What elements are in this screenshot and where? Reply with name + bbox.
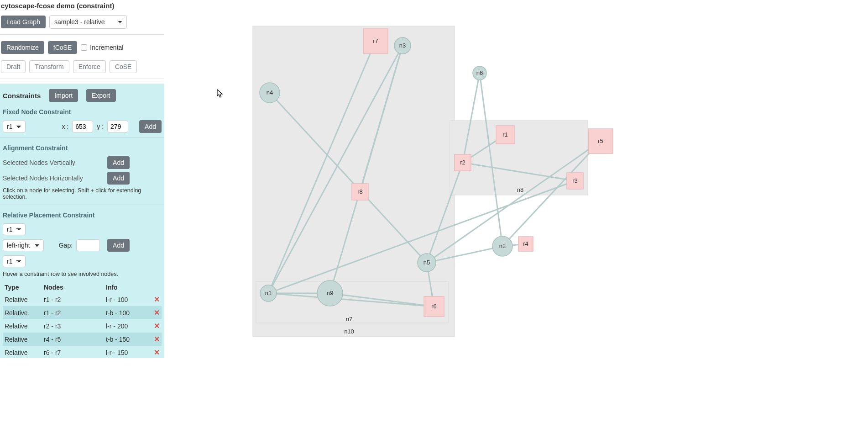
node-label: r8 (357, 188, 363, 195)
col-nodes: Nodes (42, 282, 104, 293)
export-button[interactable]: Export (86, 89, 115, 102)
table-row[interactable]: Relativer1 - r2t-b - 100✕ (3, 306, 162, 319)
col-type: Type (3, 282, 42, 293)
align-vertical-add-button[interactable]: Add (107, 156, 130, 169)
y-input[interactable] (107, 121, 128, 132)
node-label: r5 (598, 137, 603, 144)
table-row[interactable]: Relativer4 - r5t-b - 150✕ (3, 333, 162, 346)
fixed-add-button[interactable]: Add (139, 120, 162, 133)
align-horizontal-label: Selected Nodes Horizontally (3, 174, 83, 182)
load-graph-button[interactable]: Load Graph (1, 16, 46, 28)
node-label: n6 (476, 69, 483, 76)
align-vertical-label: Selected Nodes Vertically (3, 159, 75, 166)
draft-button[interactable]: Draft (1, 60, 26, 73)
node-label: n4 (267, 89, 273, 96)
node-label: n1 (265, 290, 272, 296)
incremental-checkbox[interactable] (81, 44, 87, 51)
node-label: r7 (373, 37, 378, 44)
alignment-hint: Click on a node for selecting. Shift + c… (3, 187, 162, 200)
x-input[interactable] (72, 121, 93, 132)
transform-button[interactable]: Transform (29, 60, 69, 73)
gap-label: Gap: (59, 242, 73, 249)
delete-icon[interactable]: ✕ (151, 346, 162, 358)
compound-label: n8 (517, 186, 523, 193)
graph-canvas[interactable]: n3n6n4n5n2n1n9r7r1r5r2r3r8r4r6n10n8n7 (164, 0, 696, 358)
node-label: r2 (460, 159, 465, 166)
alignment-heading: Alignment Constraint (3, 144, 162, 152)
delete-icon[interactable]: ✕ (151, 293, 162, 306)
delete-icon[interactable]: ✕ (151, 333, 162, 346)
import-button[interactable]: Import (49, 89, 78, 102)
node-label: n3 (399, 42, 406, 49)
enforce-button[interactable]: Enforce (73, 60, 106, 73)
node-label: n9 (327, 290, 333, 296)
delete-icon[interactable]: ✕ (151, 319, 162, 333)
page-title: cytoscape-fcose demo (constraint) (0, 0, 164, 13)
x-label: x : (62, 123, 69, 130)
fcose-button[interactable]: fCoSE (48, 41, 77, 54)
relative-node2-select[interactable]: r1 (3, 255, 26, 267)
node-label: r3 (572, 177, 578, 184)
delete-icon[interactable]: ✕ (151, 306, 162, 319)
relative-node1-select[interactable]: r1 (3, 223, 26, 235)
node-label: r4 (523, 240, 528, 247)
incremental-label: Incremental (90, 44, 123, 51)
col-info: Info (104, 282, 151, 293)
table-row[interactable]: Relativer1 - r2l-r - 100✕ (3, 293, 162, 306)
constraints-table: Type Nodes Info Relativer1 - r2l-r - 100… (3, 282, 162, 358)
relative-add-button[interactable]: Add (107, 239, 130, 252)
table-row[interactable]: Relativer6 - r7l-r - 150✕ (3, 346, 162, 358)
y-label: y : (97, 123, 104, 130)
cose-button[interactable]: CoSE (110, 60, 137, 73)
randomize-button[interactable]: Randomize (1, 41, 44, 54)
node-label: n2 (499, 243, 506, 249)
compound-label: n10 (344, 328, 354, 335)
compound-label: n7 (346, 316, 352, 322)
fixed-node-select[interactable]: r1 (3, 121, 26, 132)
relative-hint: Hover a constraint row to see involved n… (3, 271, 162, 277)
relative-direction-select[interactable]: left-right (3, 239, 44, 251)
node-label: r6 (431, 303, 437, 310)
sample-select[interactable]: sample3 - relative (49, 15, 127, 29)
align-horizontal-add-button[interactable]: Add (107, 172, 130, 185)
table-row[interactable]: Relativer2 - r3l-r - 200✕ (3, 319, 162, 333)
fixed-constraint-heading: Fixed Node Constraint (3, 108, 162, 116)
gap-input[interactable] (76, 239, 100, 251)
relative-heading: Relative Placement Constraint (3, 211, 162, 219)
constraints-heading: Constraints (3, 92, 41, 100)
node-label: r1 (502, 131, 508, 138)
node-label: n5 (424, 259, 430, 266)
